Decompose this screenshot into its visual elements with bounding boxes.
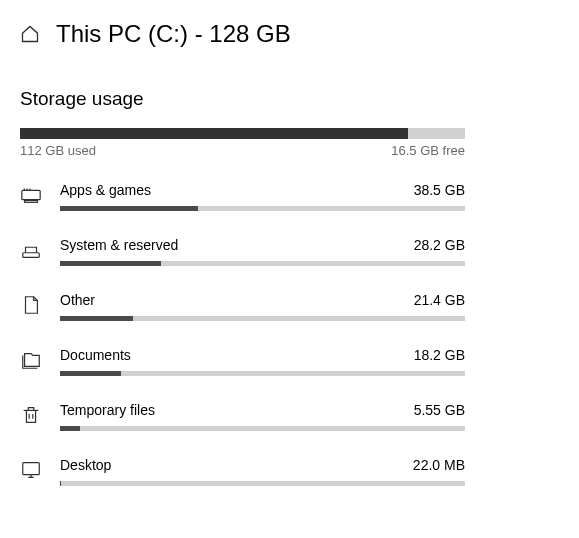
category-bar-fill (60, 206, 198, 211)
storage-overall-bar (20, 128, 465, 139)
category-bar-fill (60, 481, 61, 486)
system-icon (20, 239, 42, 261)
category-size: 21.4 GB (414, 292, 465, 308)
category-bar-fill (60, 371, 121, 376)
temp-icon (20, 404, 42, 426)
desktop-icon (20, 459, 42, 481)
category-bar (60, 261, 465, 266)
svg-rect-1 (25, 201, 38, 203)
svg-rect-5 (23, 253, 40, 258)
category-row[interactable]: Other21.4 GB (20, 292, 559, 321)
category-body: Other21.4 GB (60, 292, 465, 321)
category-row[interactable]: Apps & games38.5 GB (20, 182, 559, 211)
category-bar-fill (60, 261, 161, 266)
category-bar (60, 481, 465, 486)
category-row[interactable]: Desktop22.0 MB (20, 457, 559, 486)
category-body: System & reserved28.2 GB (60, 237, 465, 266)
category-bar-fill (60, 316, 133, 321)
svg-rect-0 (22, 190, 40, 199)
category-size: 38.5 GB (414, 182, 465, 198)
apps-icon (20, 184, 42, 206)
category-size: 5.55 GB (414, 402, 465, 418)
category-row[interactable]: System & reserved28.2 GB (20, 237, 559, 266)
storage-overall-bar-fill (20, 128, 408, 139)
svg-rect-3 (26, 189, 27, 190)
category-bar (60, 206, 465, 211)
svg-rect-2 (24, 189, 25, 190)
home-icon[interactable] (20, 24, 40, 44)
category-row[interactable]: Temporary files5.55 GB (20, 402, 559, 431)
page-title: This PC (C:) - 128 GB (56, 20, 291, 48)
storage-free-label: 16.5 GB free (391, 143, 465, 158)
category-body: Documents18.2 GB (60, 347, 465, 376)
storage-overview: 112 GB used 16.5 GB free (20, 128, 465, 158)
category-bar (60, 371, 465, 376)
svg-rect-6 (23, 463, 40, 475)
documents-icon (20, 349, 42, 371)
category-name: System & reserved (60, 237, 178, 253)
category-name: Other (60, 292, 95, 308)
category-body: Desktop22.0 MB (60, 457, 465, 486)
section-title: Storage usage (20, 88, 559, 110)
category-size: 28.2 GB (414, 237, 465, 253)
storage-used-label: 112 GB used (20, 143, 96, 158)
category-bar-fill (60, 426, 80, 431)
category-bar (60, 316, 465, 321)
category-name: Desktop (60, 457, 111, 473)
category-name: Apps & games (60, 182, 151, 198)
category-body: Temporary files5.55 GB (60, 402, 465, 431)
svg-rect-4 (29, 189, 30, 190)
category-size: 18.2 GB (414, 347, 465, 363)
other-icon (20, 294, 42, 316)
category-list: Apps & games38.5 GBSystem & reserved28.2… (20, 182, 559, 486)
category-bar (60, 426, 465, 431)
category-row[interactable]: Documents18.2 GB (20, 347, 559, 376)
category-body: Apps & games38.5 GB (60, 182, 465, 211)
category-size: 22.0 MB (413, 457, 465, 473)
category-name: Documents (60, 347, 131, 363)
category-name: Temporary files (60, 402, 155, 418)
page-header: This PC (C:) - 128 GB (20, 20, 559, 48)
